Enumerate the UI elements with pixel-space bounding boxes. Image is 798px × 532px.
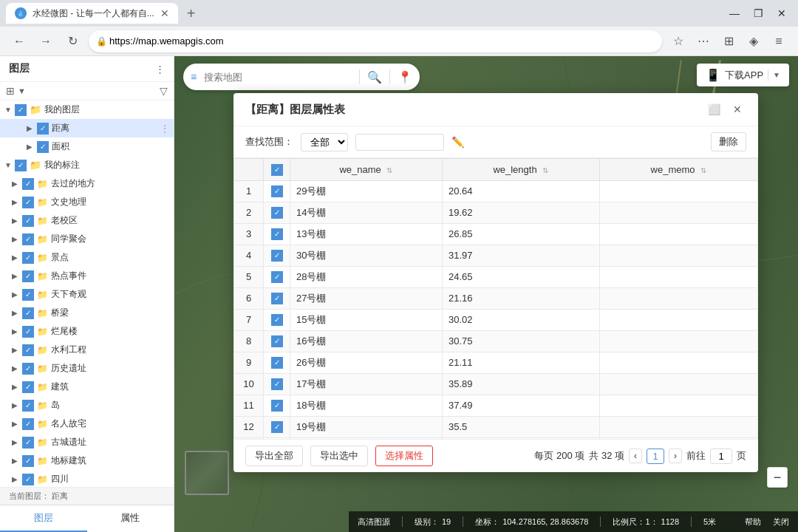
row-checkbox[interactable]: ✓: [271, 207, 283, 219]
layer-checkbox[interactable]: ✓: [22, 381, 34, 393]
delete-button[interactable]: 删除: [711, 132, 746, 151]
header-checkbox[interactable]: ✓: [271, 164, 283, 176]
layer-checkbox[interactable]: ✓: [22, 474, 34, 485]
layer-item-sichuan[interactable]: ▶ ✓ 📁 四川: [0, 470, 174, 487]
row-checkbox-cell[interactable]: ✓: [264, 202, 290, 223]
search-range-select[interactable]: 全部: [301, 133, 348, 151]
tab-close-icon[interactable]: ✕: [160, 7, 169, 19]
layer-checkbox[interactable]: ✓: [22, 178, 34, 190]
table-row[interactable]: 10 ✓ 17号棚 35.89: [234, 373, 758, 395]
address-input[interactable]: [89, 30, 662, 52]
layer-item-waterlou[interactable]: ▶ ✓ 📁 烂尾楼: [0, 322, 174, 341]
win-restore-button[interactable]: ❐: [748, 3, 768, 24]
layer-item-bridges[interactable]: ▶ ✓ 📁 桥梁: [0, 304, 174, 322]
layer-checkbox[interactable]: ✓: [22, 252, 34, 264]
layer-item-architecture[interactable]: ▶ ✓ 📁 建筑: [0, 378, 174, 396]
table-row[interactable]: 4 ✓ 30号棚 31.97: [234, 245, 758, 266]
row-checkbox-cell[interactable]: ✓: [264, 330, 290, 352]
col-we-length[interactable]: we_length ⇅: [442, 159, 599, 181]
back-button[interactable]: ←: [9, 31, 30, 52]
more-button[interactable]: ⋯: [693, 31, 714, 52]
refresh-button[interactable]: ↻: [62, 31, 83, 52]
bookmark-icon[interactable]: ☆: [668, 31, 689, 52]
layer-checkbox[interactable]: ✓: [22, 307, 34, 319]
row-checkbox-cell[interactable]: ✓: [264, 223, 290, 245]
map-area[interactable]: ≡ 🔍 📍 20.64 26.85 📱 下载APP ▼: [174, 56, 798, 532]
search-icon[interactable]: 🔍: [360, 70, 389, 84]
layer-item-ancient-city[interactable]: ▶ ✓ 📁 古城遗址: [0, 433, 174, 451]
layer-item-history-geo[interactable]: ▶ ✓ 📁 文史地理: [0, 193, 174, 211]
layer-item-old-campus[interactable]: ▶ ✓ 📁 老校区: [0, 211, 174, 230]
location-icon[interactable]: 📍: [390, 70, 420, 84]
row-checkbox[interactable]: ✓: [271, 357, 283, 369]
layer-checkbox[interactable]: ✓: [15, 104, 27, 116]
layer-checkbox[interactable]: ✓: [22, 197, 34, 208]
attribute-table-wrap[interactable]: ✓ we_name ⇅ we_length ⇅: [233, 158, 758, 439]
table-row[interactable]: 2 ✓ 14号棚 19.62: [234, 202, 758, 223]
forward-button[interactable]: →: [35, 31, 56, 52]
row-checkbox[interactable]: ✓: [271, 400, 283, 412]
layer-checkbox[interactable]: ✓: [22, 363, 34, 375]
table-row[interactable]: 9 ✓ 26号棚 21.11: [234, 352, 758, 373]
layer-item-hot-events[interactable]: ▶ ✓ 📁 热点事件: [0, 267, 174, 285]
win-minimize-button[interactable]: —: [724, 3, 745, 24]
layer-item-distance[interactable]: ▶ ✓ 距离 ⋮: [0, 119, 174, 137]
hamburger-icon[interactable]: ≡: [183, 71, 204, 83]
table-row[interactable]: 8 ✓ 16号棚 30.75: [234, 330, 758, 352]
row-checkbox[interactable]: ✓: [271, 378, 283, 390]
table-row[interactable]: 12 ✓ 19号棚 35.5: [234, 416, 758, 437]
page-input[interactable]: [710, 449, 732, 464]
table-row[interactable]: 1 ✓ 29号棚 20.64: [234, 180, 758, 202]
modal-close-button[interactable]: ✕: [729, 100, 746, 118]
layer-item-celebrities[interactable]: ▶ ✓ 📁 名人故宅: [0, 415, 174, 433]
browser-tab[interactable]: 💧 水经微图 - 让每一个人都有自... ✕: [6, 3, 178, 24]
layer-checkbox[interactable]: ✓: [22, 344, 34, 356]
row-checkbox[interactable]: ✓: [271, 271, 283, 283]
layer-item-past-places[interactable]: ▶ ✓ 📁 去过的地方: [0, 174, 174, 193]
table-row[interactable]: 7 ✓ 15号棚 30.02: [234, 309, 758, 330]
sidebar-more-icon[interactable]: ⋮: [155, 64, 165, 75]
layer-item-more-icon[interactable]: ⋮: [160, 123, 169, 134]
menu-button[interactable]: ≡: [768, 31, 789, 52]
row-checkbox[interactable]: ✓: [271, 185, 283, 197]
layer-checkbox[interactable]: ✓: [22, 400, 34, 412]
extensions-button[interactable]: ⊞: [718, 31, 739, 52]
layer-group-my-marks[interactable]: ▼ ✓ 📁 我的标注: [0, 156, 174, 174]
win-close-button[interactable]: ✕: [771, 3, 792, 24]
profile-button[interactable]: ◈: [743, 31, 764, 52]
col-we-name[interactable]: we_name ⇅: [290, 159, 443, 181]
row-checkbox-cell[interactable]: ✓: [264, 266, 290, 287]
edit-icon[interactable]: ✏️: [451, 136, 464, 148]
row-checkbox[interactable]: ✓: [271, 250, 283, 262]
footer-tab-layers[interactable]: 图层: [0, 505, 87, 532]
sidebar-dropdown-icon[interactable]: ▼: [18, 86, 26, 95]
row-checkbox-cell[interactable]: ✓: [264, 245, 290, 266]
sort-icon-we-length[interactable]: ⇅: [542, 166, 548, 174]
layer-item-wonders[interactable]: ▶ ✓ 📁 天下奇观: [0, 285, 174, 304]
help-link[interactable]: 帮助: [745, 516, 761, 528]
sort-icon-we-memo[interactable]: ⇅: [700, 166, 706, 174]
search-input[interactable]: [355, 134, 444, 151]
table-row[interactable]: 5 ✓ 28号棚 24.65: [234, 266, 758, 287]
next-page-button[interactable]: ›: [669, 449, 682, 463]
export-all-button[interactable]: 导出全部: [245, 446, 303, 466]
export-selected-button[interactable]: 导出选中: [310, 446, 368, 466]
layer-checkbox[interactable]: ✓: [22, 418, 34, 430]
layer-item-classmates[interactable]: ▶ ✓ 📁 同学聚会: [0, 230, 174, 248]
footer-tab-attributes[interactable]: 属性: [87, 505, 174, 532]
download-app-button[interactable]: 📱 下载APP ▼: [697, 64, 789, 86]
modal-maximize-button[interactable]: ⬜: [705, 100, 723, 118]
layer-checkbox[interactable]: ✓: [37, 141, 49, 153]
select-attrs-button[interactable]: 选择属性: [375, 446, 433, 466]
layer-checkbox[interactable]: ✓: [22, 215, 34, 227]
row-checkbox-cell[interactable]: ✓: [264, 352, 290, 373]
layer-checkbox[interactable]: ✓: [22, 233, 34, 245]
layer-item-scenic[interactable]: ▶ ✓ 📁 景点: [0, 248, 174, 267]
row-checkbox[interactable]: ✓: [271, 335, 283, 347]
row-checkbox-cell[interactable]: ✓: [264, 287, 290, 309]
map-search-input[interactable]: [204, 72, 359, 83]
table-row[interactable]: 3 ✓ 13号棚 26.85: [234, 223, 758, 245]
layer-checkbox[interactable]: ✓: [22, 455, 34, 467]
row-checkbox-cell[interactable]: ✓: [264, 309, 290, 330]
table-row[interactable]: 11 ✓ 18号棚 37.49: [234, 395, 758, 416]
